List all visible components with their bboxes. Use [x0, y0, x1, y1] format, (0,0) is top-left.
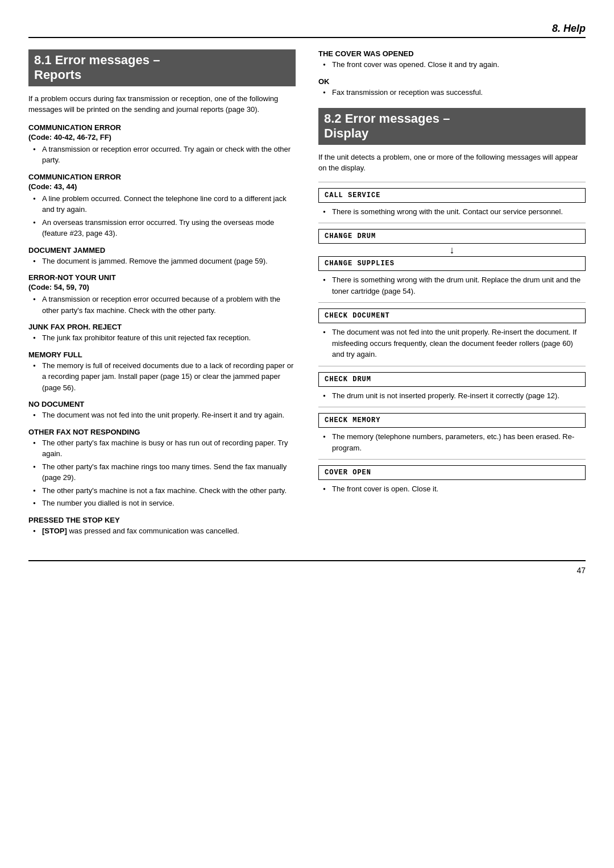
divider: [318, 366, 586, 366]
error-comm-1-label: COMMUNICATION ERROR: [28, 123, 296, 132]
bullet-item: The document was not fed into the unit p…: [323, 327, 586, 360]
bullet-item: Fax transmission or reception was succes…: [323, 87, 586, 98]
error-comm-2-label: COMMUNICATION ERROR: [28, 173, 296, 181]
error-junk-fax: JUNK FAX PROH. REJECT The junk fax prohi…: [28, 323, 296, 344]
error-not-your-unit-label: ERROR-NOT YOUR UNIT: [28, 273, 296, 282]
bullet-item: A transmission or reception error occurr…: [33, 294, 296, 316]
error-comm-2-bullets: A line problem occurred. Connect the tel…: [28, 193, 296, 239]
error-junk-fax-bullets: The junk fax prohibitor feature of this …: [28, 332, 296, 344]
display-call-service: CALL SERVICE There is something wrong wi…: [318, 182, 586, 224]
display-check-memory-desc: The memory (telephone numbers, parameter…: [318, 431, 586, 453]
error-comm-2-sublabel: (Code: 43, 44): [28, 182, 296, 191]
error-ok-bullets: Fax transmission or reception was succes…: [318, 87, 586, 98]
display-check-document: CHECK DOCUMENT The document was not fed …: [318, 308, 586, 366]
display-items-list: CALL SERVICE There is something wrong wi…: [318, 182, 586, 495]
error-memory-full-bullets: The memory is full of received documents…: [28, 360, 296, 394]
error-not-your-unit-sublabel: (Code: 54, 59, 70): [28, 283, 296, 291]
error-items-list: COMMUNICATION ERROR (Code: 40-42, 46-72,…: [28, 123, 296, 537]
footer-page-number: 47: [576, 566, 586, 575]
display-check-drum: CHECK DRUM The drum unit is not inserted…: [318, 372, 586, 408]
display-box-check-drum: CHECK DRUM: [318, 372, 586, 387]
footer: 47: [28, 560, 586, 575]
bullet-item: The front cover is open. Close it.: [323, 483, 586, 495]
right-column: THE COVER WAS OPENED The front cover was…: [318, 49, 586, 543]
left-column: 8.1 Error messages – Reports If a proble…: [28, 49, 296, 543]
bullet-item: The junk fax prohibitor feature of this …: [33, 332, 296, 344]
error-cover-opened-bullets: The front cover was opened. Close it and…: [318, 59, 586, 70]
display-call-service-desc: There is something wrong with the unit. …: [318, 206, 586, 218]
page: 8. Help 8.1 Error messages – Reports If …: [0, 0, 614, 868]
divider: [318, 407, 586, 407]
bullet-item: The memory (telephone numbers, parameter…: [323, 431, 586, 453]
display-box-check-memory: CHECK MEMORY: [318, 413, 586, 428]
bullet-item: The document was not fed into the unit p…: [33, 410, 296, 421]
section-82-intro: If the unit detects a problem, one or mo…: [318, 152, 586, 174]
two-column-layout: 8.1 Error messages – Reports If a proble…: [28, 49, 586, 543]
section-81-intro: If a problem occurs during fax transmiss…: [28, 93, 296, 115]
display-change-drum-desc: There is something wrong with the drum u…: [318, 274, 586, 297]
bullet-item: [STOP] was pressed and fax communication…: [33, 525, 296, 537]
error-no-document-bullets: The document was not fed into the unit p…: [28, 410, 296, 421]
divider: [318, 182, 586, 182]
display-box-change-drum: CHANGE DRUM: [318, 229, 586, 244]
section-82-heading: 8.2 Error messages – Display: [318, 108, 586, 145]
error-doc-jammed-bullets: The document is jammed. Remove the jamme…: [28, 256, 296, 267]
error-other-fax: OTHER FAX NOT RESPONDING The other party…: [28, 428, 296, 509]
error-stop-key-label: PRESSED THE STOP KEY: [28, 516, 296, 524]
error-ok: OK Fax transmission or reception was suc…: [318, 77, 586, 98]
error-ok-label: OK: [318, 77, 586, 86]
bullet-item: An overseas transmission error occurred.…: [33, 217, 296, 239]
bullet-item: The number you dialled is not in service…: [33, 498, 296, 509]
bullet-item: A transmission or reception error occurr…: [33, 144, 296, 166]
error-cover-opened: THE COVER WAS OPENED The front cover was…: [318, 49, 586, 70]
bullet-item: The other party's machine is not a fax m…: [33, 485, 296, 496]
error-no-document-label: NO DOCUMENT: [28, 400, 296, 408]
bullet-item: The drum unit is not inserted properly. …: [323, 390, 586, 402]
divider: [318, 302, 586, 303]
divider: [318, 459, 586, 460]
error-comm-2: COMMUNICATION ERROR (Code: 43, 44) A lin…: [28, 173, 296, 239]
error-not-your-unit: ERROR-NOT YOUR UNIT (Code: 54, 59, 70) A…: [28, 273, 296, 316]
header-title: 8. Help: [552, 23, 586, 35]
display-check-drum-desc: The drum unit is not inserted properly. …: [318, 390, 586, 402]
divider: [318, 223, 586, 223]
display-check-document-desc: The document was not fed into the unit p…: [318, 327, 586, 360]
display-box-change-supplies: CHANGE SUPPLIES: [318, 256, 586, 271]
display-box-check-document: CHECK DOCUMENT: [318, 308, 586, 323]
bullet-item: There is something wrong with the drum u…: [323, 274, 586, 297]
header: 8. Help: [28, 23, 586, 38]
bullet-item: The other party's fax machine rings too …: [33, 461, 296, 483]
error-comm-1: COMMUNICATION ERROR (Code: 40-42, 46-72,…: [28, 123, 296, 166]
error-no-document: NO DOCUMENT The document was not fed int…: [28, 400, 296, 421]
bullet-item: There is something wrong with the unit. …: [323, 206, 586, 218]
display-cover-open: COVER OPEN The front cover is open. Clos…: [318, 465, 586, 495]
bullet-item: The other party's fax machine is busy or…: [33, 437, 296, 460]
error-doc-jammed: DOCUMENT JAMMED The document is jammed. …: [28, 246, 296, 267]
display-box-cover-open: COVER OPEN: [318, 465, 586, 480]
display-change-drum: CHANGE DRUM ↓ CHANGE SUPPLIES There is s…: [318, 229, 586, 303]
drum-arrow-icon: ↓: [318, 245, 586, 255]
error-comm-1-bullets: A transmission or reception error occurr…: [28, 144, 296, 166]
error-comm-1-sublabel: (Code: 40-42, 46-72, FF): [28, 133, 296, 141]
bullet-item: The front cover was opened. Close it and…: [323, 59, 586, 70]
bullet-item: The document is jammed. Remove the jamme…: [33, 256, 296, 267]
error-other-fax-bullets: The other party's fax machine is busy or…: [28, 437, 296, 509]
error-doc-jammed-label: DOCUMENT JAMMED: [28, 246, 296, 254]
error-other-fax-label: OTHER FAX NOT RESPONDING: [28, 428, 296, 436]
section-81-heading: 8.1 Error messages – Reports: [28, 49, 296, 86]
error-cover-opened-label: THE COVER WAS OPENED: [318, 49, 586, 58]
error-stop-key-bullets: [STOP] was pressed and fax communication…: [28, 525, 296, 537]
error-memory-full-label: MEMORY FULL: [28, 350, 296, 359]
display-cover-open-desc: The front cover is open. Close it.: [318, 483, 586, 495]
display-box-call-service: CALL SERVICE: [318, 188, 586, 203]
error-memory-full: MEMORY FULL The memory is full of receiv…: [28, 350, 296, 394]
error-not-your-unit-bullets: A transmission or reception error occurr…: [28, 294, 296, 316]
display-check-memory: CHECK MEMORY The memory (telephone numbe…: [318, 413, 586, 460]
error-stop-key: PRESSED THE STOP KEY [STOP] was pressed …: [28, 516, 296, 537]
bullet-item: A line problem occurred. Connect the tel…: [33, 193, 296, 215]
error-junk-fax-label: JUNK FAX PROH. REJECT: [28, 323, 296, 331]
bullet-item: The memory is full of received documents…: [33, 360, 296, 394]
